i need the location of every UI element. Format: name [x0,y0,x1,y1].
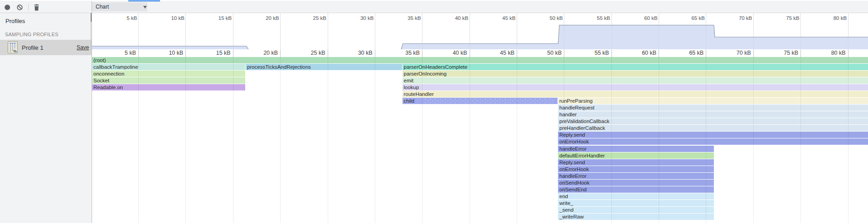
svg-text:%: % [13,49,17,53]
